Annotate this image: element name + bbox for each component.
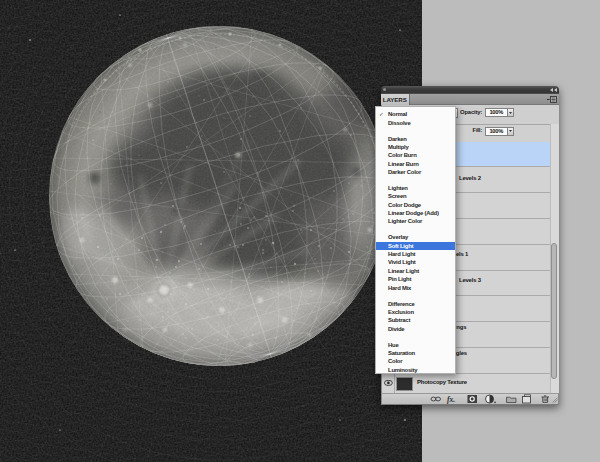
svg-text:fx.: fx.	[447, 395, 455, 404]
